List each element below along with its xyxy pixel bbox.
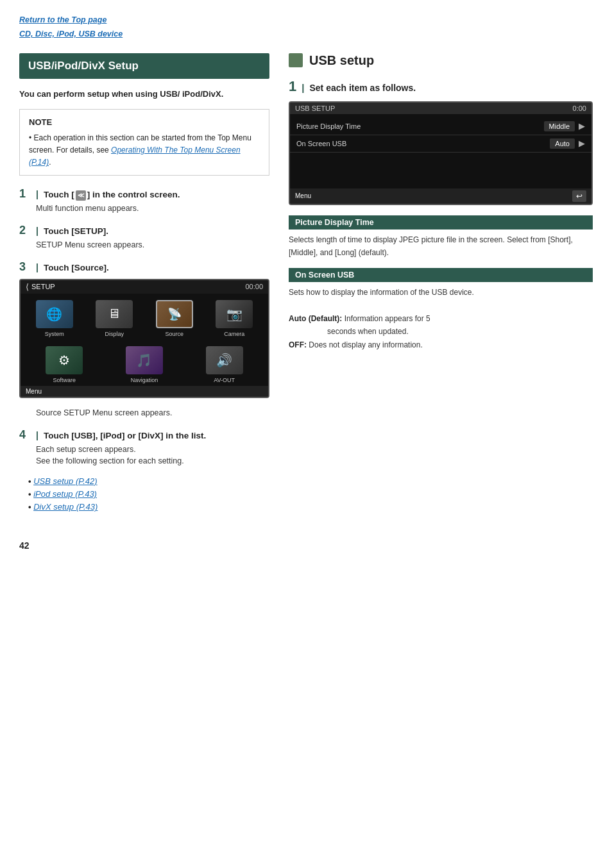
usb-link[interactable]: USB setup (P.42) (33, 476, 97, 486)
icon-software: ⚙ Software (46, 346, 83, 383)
usb-setup-screen: USB SETUP 0:00 Picture Display Time Midd… (289, 101, 593, 205)
divx-link[interactable]: DivX setup (P.43) (33, 502, 98, 512)
step-1-label: Touch [≪] in the control screen. (44, 190, 180, 200)
on-screen-usb-body: Sets how to display the information of t… (289, 286, 593, 351)
picture-display-body: Selects length of time to display JPEG p… (289, 233, 593, 260)
display-label: Display (105, 331, 124, 337)
system-icon-box: 🌐 (36, 300, 73, 328)
on-screen-usb-title: On Screen USB (289, 268, 593, 282)
usb-header-label: USB SETUP (295, 104, 335, 112)
camera-icon-box: 📷 (216, 300, 253, 328)
bullet-divx: DivX setup (P.43) (28, 502, 269, 512)
return-top-link[interactable]: Return to the Top page (19, 15, 106, 24)
usb-screen-header: USB SETUP 0:00 (290, 103, 591, 114)
setup-screen-header: ⟨ SETUP 00:00 (21, 280, 268, 294)
step-2-body: SETUP Menu screen appears. (36, 239, 269, 251)
step-2-label: Touch [SETUP]. (44, 226, 108, 236)
page-number: 42 (19, 540, 593, 551)
usb-screen-footer: Menu ↩ (290, 188, 591, 204)
note-title: NOTE (29, 116, 260, 129)
section-title: USB/iPod/DivX Setup (19, 53, 269, 79)
display-icon-box: 🖥 (96, 300, 133, 328)
bullet-usb: USB setup (P.42) (28, 476, 269, 486)
source-label: Source (165, 331, 183, 337)
step-4-body2: See the following section for each setti… (36, 455, 269, 467)
usb-row-0-arrow[interactable]: ▶ (579, 121, 585, 131)
setup-logo: ⟨ SETUP (26, 282, 55, 292)
usb-screen-body: Picture Display Time Middle ▶ On Screen … (290, 114, 591, 188)
usb-row-0: Picture Display Time Middle ▶ (290, 118, 591, 135)
off-def: Does not display any information. (309, 340, 422, 349)
icon-camera: 📷 Camera (216, 300, 253, 337)
usb-screen-spacer (290, 153, 591, 185)
auto-term: Auto (Default): (289, 314, 342, 323)
software-icon-box: ⚙ (46, 346, 83, 374)
usb-row-1: On Screen USB Auto ▶ (290, 135, 591, 153)
icon-navigation: 🎵 Navigation (126, 346, 163, 383)
note-body: • Each operation in this section can be … (29, 132, 260, 169)
step-3-label: Touch [Source]. (44, 263, 109, 272)
setup-logo-text: SETUP (31, 283, 55, 290)
usb-header-time: 0:00 (573, 104, 586, 112)
icon-system: 🌐 System (36, 300, 73, 337)
on-screen-usb-section: On Screen USB Sets how to display the in… (289, 268, 593, 351)
usb-footer-menu: Menu (295, 192, 311, 199)
right-step-1-label: Set each item as follows. (309, 83, 416, 93)
avout-label: AV-OUT (214, 377, 235, 383)
icon-avout: 🔊 AV-OUT (206, 346, 243, 383)
nav-icon-box: 🎵 (126, 346, 163, 374)
intro-text: You can perform setup when using USB/ iP… (19, 88, 269, 101)
usb-row-1-label: On Screen USB (296, 140, 550, 147)
after-screen-text: Source SETUP Menu screen appears. (36, 407, 269, 419)
step-1: 1 | Touch [≪] in the control screen. Mul… (19, 187, 269, 215)
setup-icons-row2: ⚙ Software 🎵 Navigation 🔊 AV-OUT (21, 340, 268, 386)
usb-row-1-arrow[interactable]: ▶ (579, 138, 585, 148)
usb-row-0-label: Picture Display Time (296, 122, 544, 130)
usb-row-1-value: Auto (550, 138, 575, 149)
bullet-links: USB setup (P.42) iPod setup (P.43) DivX … (28, 476, 269, 512)
avout-icon-box: 🔊 (206, 346, 243, 374)
setup-arrow-icon: ⟨ (26, 282, 29, 292)
right-step-1-header: 1 | Set each item as follows. (289, 78, 593, 95)
ipod-link[interactable]: iPod setup (P.43) (33, 489, 97, 499)
page-layout: USB/iPod/DivX Setup You can perform setu… (19, 53, 593, 515)
setup-icons-row1: 🌐 System 🖥 Display 📡 Source 📷 Camera (21, 294, 268, 340)
note-link[interactable]: Operating With The Top Menu Screen (P.14… (29, 146, 241, 167)
step-3-num: 3 (19, 260, 31, 274)
right-column: USB setup 1 | Set each item as follows. … (289, 53, 593, 515)
usb-setup-header: USB setup (289, 53, 593, 68)
step-3: 3 | Touch [Source]. ⟨ SETUP 00:00 🌐 Syst… (19, 260, 269, 398)
cd-disc-link[interactable]: CD, Disc, iPod, USB device (19, 29, 123, 38)
note-box: NOTE • Each operation in this section ca… (19, 109, 269, 176)
step-4-num: 4 (19, 428, 31, 442)
usb-row-0-value: Middle (544, 121, 575, 131)
camera-label: Camera (224, 331, 244, 337)
step-4-label: Touch [USB], [iPod] or [DivX] in the lis… (44, 431, 206, 440)
step-1-num: 1 (19, 187, 31, 201)
setup-time: 00:00 (245, 283, 263, 290)
icon-source: 📡 Source (156, 300, 193, 337)
icon-display: 🖥 Display (96, 300, 133, 337)
usb-setup-title: USB setup (309, 53, 374, 68)
picture-display-section: Picture Display Time Selects length of t… (289, 215, 593, 260)
step-4: 4 | Touch [USB], [iPod] or [DivX] in the… (19, 428, 269, 468)
nav-label: Navigation (131, 377, 158, 383)
setup-screen: ⟨ SETUP 00:00 🌐 System 🖥 Display (19, 279, 269, 398)
setup-screen-footer: Menu (21, 386, 268, 397)
bullet-ipod: iPod setup (P.43) (28, 489, 269, 499)
usb-back-button[interactable]: ↩ (572, 190, 586, 202)
source-icon-box: 📡 (156, 300, 193, 328)
off-term: OFF: (289, 340, 307, 349)
software-label: Software (53, 377, 76, 383)
step-2: 2 | Touch [SETUP]. SETUP Menu screen app… (19, 224, 269, 251)
usb-color-box (289, 53, 303, 67)
picture-display-title: Picture Display Time (289, 215, 593, 230)
system-label: System (45, 331, 64, 337)
step-1-body: Multi function menu appears. (36, 203, 269, 215)
step-4-body1: Each setup screen appears. (36, 444, 269, 456)
top-links: Return to the Top page CD, Disc, iPod, U… (19, 13, 593, 42)
step-2-num: 2 (19, 224, 31, 237)
left-column: USB/iPod/DivX Setup You can perform setu… (19, 53, 269, 515)
